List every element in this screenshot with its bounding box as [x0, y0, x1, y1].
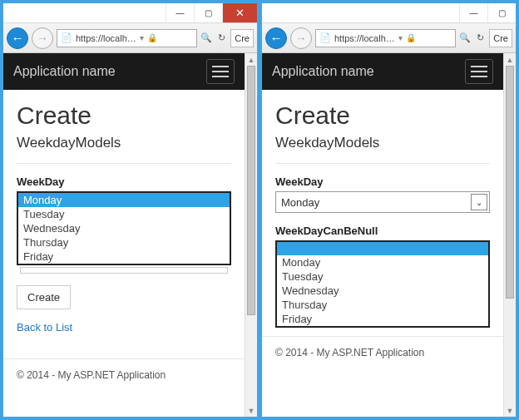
list-item[interactable]: Monday — [277, 255, 488, 269]
search-icon[interactable]: 🔍 — [459, 32, 471, 43]
maximize-button[interactable]: ▢ — [487, 3, 516, 22]
menu-button[interactable] — [465, 59, 493, 84]
list-item[interactable]: Monday — [18, 193, 230, 207]
weekday-nullable-label: WeekDayCanBeNull — [275, 225, 490, 237]
page-footer: © 2014 - My ASP.NET Application — [3, 358, 245, 391]
back-to-list-link[interactable]: Back to List — [17, 321, 231, 334]
url-text: https://localh… — [76, 33, 136, 43]
page-content: Application name Create WeekdayModels We… — [3, 53, 245, 417]
minimize-button[interactable]: — — [166, 3, 194, 22]
weekday-nullable-listbox[interactable]: Monday Tuesday Wednesday Thursday Friday — [275, 240, 490, 328]
globe-icon: 📄 — [61, 32, 72, 43]
lock-icon: 🔒 — [147, 33, 157, 42]
weekday-label: WeekDay — [17, 175, 231, 188]
scroll-down-icon[interactable]: ▼ — [245, 404, 257, 417]
scroll-up-icon[interactable]: ▲ — [504, 53, 516, 66]
address-bar[interactable]: 📄 https://localh… ▾ 🔒 — [57, 29, 197, 47]
maximize-button[interactable]: ▢ — [194, 3, 222, 22]
refresh-icon[interactable]: ↻ — [474, 32, 486, 43]
page-content: Application name Create WeekdayModels We… — [262, 53, 503, 417]
weekday-label: WeekDay — [275, 175, 490, 188]
search-icon[interactable]: 🔍 — [200, 32, 212, 43]
list-item[interactable]: Friday — [18, 250, 230, 264]
window-titlebar: — ▢ — [262, 3, 516, 23]
page-title: Create — [17, 101, 231, 130]
app-header: Application name — [262, 53, 503, 90]
browser-tab[interactable]: Cre — [230, 29, 254, 47]
app-header: Application name — [3, 53, 245, 90]
browser-tab[interactable]: Cre — [489, 29, 512, 47]
list-item[interactable]: Wednesday — [277, 284, 488, 298]
globe-icon: 📄 — [319, 32, 331, 43]
lock-icon: 🔒 — [406, 33, 416, 42]
back-button[interactable]: ← — [7, 27, 28, 49]
input-shadow — [20, 267, 228, 274]
page-subtitle: WeekdayModels — [275, 135, 490, 151]
scroll-down-icon[interactable]: ▼ — [504, 404, 516, 417]
app-name: Application name — [13, 64, 116, 79]
scroll-up-icon[interactable]: ▲ — [245, 53, 257, 66]
address-bar[interactable]: 📄 https://localh… ▾ 🔒 — [315, 29, 456, 47]
list-item[interactable]: Tuesday — [18, 207, 230, 221]
window-titlebar: — ▢ ✕ — [3, 3, 257, 23]
divider — [17, 163, 231, 164]
list-item[interactable]: Thursday — [18, 235, 230, 250]
app-name: Application name — [272, 64, 374, 79]
select-value: Monday — [281, 196, 319, 209]
browser-window-left: — ▢ ✕ ← → 📄 https://localh… ▾ 🔒 🔍 ↻ Cre … — [2, 2, 258, 418]
back-button[interactable]: ← — [265, 27, 287, 49]
url-dropdown-icon[interactable]: ▾ — [398, 33, 403, 42]
scroll-thumb[interactable] — [506, 66, 514, 299]
browser-toolbar: ← → 📄 https://localh… ▾ 🔒 🔍 ↻ Cre — [262, 23, 516, 53]
page-subtitle: WeekdayModels — [17, 135, 231, 151]
url-text: https://localh… — [334, 33, 395, 43]
toolbar-icons: 🔍 ↻ — [200, 32, 227, 43]
forward-button[interactable]: → — [290, 27, 312, 49]
page-footer: © 2014 - My ASP.NET Application — [262, 336, 503, 368]
page-title: Create — [275, 101, 490, 130]
toolbar-icons: 🔍 ↻ — [459, 32, 486, 43]
vertical-scrollbar[interactable]: ▲ ▼ — [245, 53, 257, 417]
list-item[interactable]: Tuesday — [277, 269, 488, 284]
menu-button[interactable] — [206, 59, 235, 84]
vertical-scrollbar[interactable]: ▲ ▼ — [503, 53, 516, 417]
forward-button[interactable]: → — [32, 27, 53, 49]
url-dropdown-icon[interactable]: ▾ — [140, 33, 144, 42]
list-item[interactable]: Friday — [277, 312, 488, 326]
weekday-listbox[interactable]: Monday Tuesday Wednesday Thursday Friday — [17, 191, 231, 265]
list-item[interactable]: Wednesday — [18, 221, 230, 235]
scroll-thumb[interactable] — [247, 66, 255, 315]
minimize-button[interactable]: — — [459, 3, 487, 22]
browser-window-right: — ▢ ← → 📄 https://localh… ▾ 🔒 🔍 ↻ Cre Ap… — [261, 2, 517, 418]
browser-toolbar: ← → 📄 https://localh… ▾ 🔒 🔍 ↻ Cre — [3, 23, 257, 53]
chevron-down-icon[interactable]: ⌄ — [471, 194, 487, 210]
refresh-icon[interactable]: ↻ — [215, 32, 227, 43]
tab-title: Cre — [235, 33, 250, 43]
divider — [275, 163, 490, 164]
list-item[interactable]: Thursday — [277, 298, 488, 312]
list-item-blank[interactable] — [277, 242, 488, 255]
tab-title: Cre — [493, 33, 508, 43]
weekday-select[interactable]: Monday ⌄ — [275, 191, 490, 213]
close-button[interactable]: ✕ — [222, 3, 257, 22]
create-button[interactable]: Create — [17, 285, 71, 309]
